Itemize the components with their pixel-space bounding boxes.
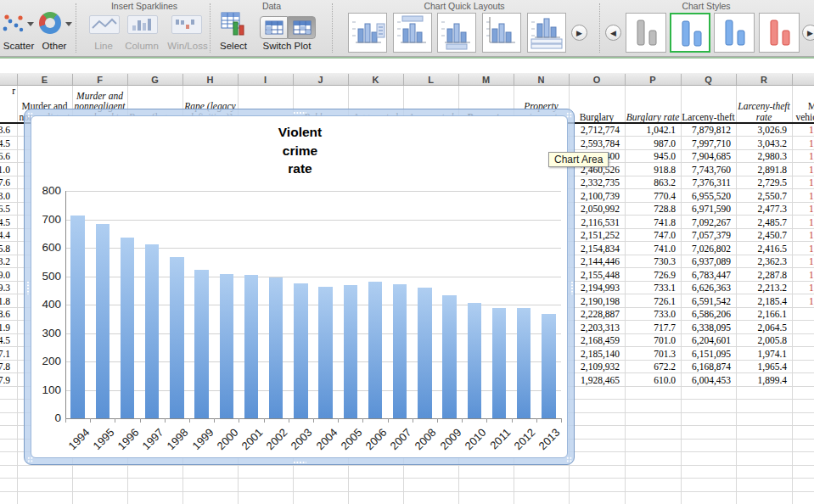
chart-style-thumbnail-blue-bars[interactable] — [714, 13, 755, 53]
header-Q[interactable]: Larceny-theft — [682, 86, 735, 122]
quick-layouts-next-button[interactable]: ▶ — [571, 25, 587, 41]
bar-2000[interactable] — [220, 274, 234, 418]
cell-violent-rate-1997[interactable]: 611.0 — [0, 164, 10, 177]
header-P[interactable]: Burglary rate — [626, 86, 680, 122]
chart-object[interactable]: Violent crime rate 800700600500400300200… — [24, 109, 575, 465]
cell-burglary_rate-1999[interactable]: 770.4 — [625, 190, 676, 204]
bar-2008[interactable] — [418, 288, 432, 418]
cell-larceny_theft-2001[interactable]: 7,092,267 — [681, 216, 731, 230]
cell-burglary-2013[interactable]: 1,928,465 — [569, 374, 620, 388]
cell-larceny_theft_rate-2005[interactable]: 2,287.8 — [736, 269, 787, 283]
cell-larceny_theft-2010[interactable]: 6,204,601 — [681, 334, 731, 348]
cell-larceny_theft_rate-2009[interactable]: 2,064.5 — [736, 322, 787, 335]
cell-larceny_theft-2007[interactable]: 6,591,542 — [681, 295, 731, 309]
cell-violent-rate-2009[interactable]: 431.9 — [0, 322, 10, 335]
cell-larceny_theft-1998[interactable]: 7,376,311 — [681, 176, 731, 190]
selection-handle[interactable] — [293, 111, 306, 115]
cell-burglary_rate-2009[interactable]: 717.7 — [625, 322, 676, 335]
cell-burglary_rate-2000[interactable]: 728.8 — [625, 203, 676, 216]
cell-motor-vehicle-1998[interactable]: 1, — [809, 176, 814, 190]
cell-violent-rate-1998[interactable]: 567.6 — [0, 176, 10, 190]
cell-larceny_theft_rate-1996[interactable]: 2,980.3 — [736, 150, 787, 164]
cell-larceny_theft-2013[interactable]: 6,004,453 — [681, 374, 731, 388]
column-header-I[interactable]: I — [238, 74, 293, 86]
cell-burglary_rate-2013[interactable]: 610.0 — [625, 374, 676, 388]
cell-larceny_theft_rate-2010[interactable]: 2,005.8 — [736, 334, 787, 348]
cell-burglary-2000[interactable]: 2,050,992 — [569, 203, 620, 216]
cell-larceny_theft-2011[interactable]: 6,151,095 — [681, 348, 731, 361]
cell-violent-rate-2002[interactable]: 494.4 — [0, 229, 10, 243]
cell-larceny_theft-2004[interactable]: 6,937,089 — [681, 255, 731, 269]
chart-style-thumbnail-blue-bars[interactable] — [670, 13, 710, 53]
selection-handle[interactable] — [26, 281, 30, 294]
cell-burglary_rate-2002[interactable]: 747.0 — [625, 229, 676, 243]
cell-motor-vehicle-1997[interactable]: 1, — [809, 164, 814, 177]
cell-motor-vehicle-2000[interactable]: 1, — [809, 203, 814, 216]
cell-larceny_theft-2008[interactable]: 6,586,206 — [681, 308, 731, 322]
cell-violent-rate-2004[interactable]: 463.2 — [0, 255, 10, 269]
cell-burglary-2011[interactable]: 2,185,140 — [569, 348, 620, 361]
cell-burglary_rate-1995[interactable]: 987.0 — [625, 137, 676, 151]
cell-burglary-2001[interactable]: 2,116,531 — [569, 216, 620, 230]
column-header-M[interactable]: M — [458, 74, 514, 86]
cell-motor-vehicle-2006[interactable]: 1, — [809, 282, 814, 295]
cell-burglary_rate-2004[interactable]: 730.3 — [625, 255, 676, 269]
column-header-R[interactable]: R — [736, 74, 792, 86]
cell-burglary-2010[interactable]: 2,168,459 — [569, 334, 620, 348]
cell-motor-vehicle-1999[interactable]: 1, — [809, 190, 814, 204]
cell-larceny_theft-2000[interactable]: 6,971,590 — [681, 203, 731, 216]
cell-larceny_theft-2009[interactable]: 6,338,095 — [681, 322, 731, 335]
column-header-G[interactable]: G — [127, 74, 182, 86]
cell-burglary-2002[interactable]: 2,151,252 — [569, 229, 620, 243]
column-header-P[interactable]: P — [625, 74, 681, 86]
cell-larceny_theft_rate-2006[interactable]: 2,213.2 — [736, 282, 787, 295]
cell-larceny_theft-2006[interactable]: 6,626,363 — [681, 282, 731, 295]
cell-burglary-1995[interactable]: 2,593,784 — [569, 137, 620, 151]
cell-larceny_theft-1999[interactable]: 6,955,520 — [681, 190, 731, 204]
quick-layout-thumbnail-2[interactable] — [393, 13, 432, 53]
selection-handle[interactable] — [293, 461, 306, 464]
cell-burglary-1999[interactable]: 2,100,739 — [569, 190, 620, 204]
cell-burglary-1998[interactable]: 2,332,735 — [569, 176, 620, 190]
cell-burglary_rate-1996[interactable]: 945.0 — [625, 150, 676, 164]
cell-motor-vehicle-2002[interactable]: 1, — [809, 229, 814, 243]
cell-larceny_theft-2003[interactable]: 7,026,802 — [681, 243, 731, 256]
bar-2006[interactable] — [368, 282, 383, 418]
quick-layout-thumbnail-4[interactable] — [482, 13, 521, 53]
cell-larceny_theft_rate-1998[interactable]: 2,729.5 — [736, 176, 787, 190]
cell-larceny_theft_rate-2007[interactable]: 2,185.4 — [736, 295, 787, 309]
cell-larceny_theft-1996[interactable]: 7,904,685 — [681, 150, 731, 164]
cell-burglary-2005[interactable]: 2,155,448 — [569, 269, 620, 283]
cell-violent-rate-2001[interactable]: 504.5 — [0, 216, 10, 230]
bar-2002[interactable] — [269, 277, 283, 418]
cell-burglary-2009[interactable]: 2,203,313 — [569, 322, 620, 335]
cell-violent-rate-1994[interactable]: 713.6 — [0, 124, 10, 137]
bar-2001[interactable] — [244, 275, 259, 418]
header-R[interactable]: Larceny-theft rate — [737, 86, 791, 122]
cell-violent-rate-2007[interactable]: 471.8 — [0, 295, 10, 309]
cell-larceny_theft_rate-2013[interactable]: 1,899.4 — [736, 374, 787, 388]
cell-larceny_theft-1997[interactable]: 7,743,760 — [681, 164, 731, 177]
cell-burglary_rate-2007[interactable]: 726.1 — [625, 295, 676, 309]
column-header-N[interactable]: N — [514, 74, 569, 86]
cell-violent-rate-1999[interactable]: 523.0 — [0, 190, 10, 204]
column-header-H[interactable]: H — [182, 74, 238, 86]
column-header-E[interactable]: E — [17, 74, 72, 86]
header-S[interactable]: Motor vehicle theft — [793, 86, 814, 122]
bar-2005[interactable] — [344, 285, 358, 418]
chart-style-thumbnail-gray-bars[interactable] — [626, 13, 666, 53]
cell-burglary-2006[interactable]: 2,194,993 — [569, 282, 620, 295]
column-header-K[interactable]: K — [348, 74, 403, 86]
cell-burglary-2003[interactable]: 2,154,834 — [569, 243, 620, 256]
chart-styles-prev-button[interactable]: ◀ — [605, 25, 621, 41]
cell-violent-rate-2011[interactable]: 387.1 — [0, 348, 10, 361]
cell-motor-vehicle-1996[interactable]: 1, — [809, 150, 814, 164]
cell-violent-rate-2003[interactable]: 475.8 — [0, 243, 10, 256]
cell-larceny_theft-1995[interactable]: 7,997,710 — [681, 137, 731, 151]
bar-2009[interactable] — [442, 295, 457, 418]
bar-2007[interactable] — [393, 284, 407, 418]
bar-2013[interactable] — [542, 314, 556, 418]
selection-handle[interactable] — [570, 281, 574, 294]
cell-violent-rate-1995[interactable]: 684.5 — [0, 137, 10, 151]
cell-motor-vehicle-2003[interactable]: 1, — [809, 243, 814, 256]
